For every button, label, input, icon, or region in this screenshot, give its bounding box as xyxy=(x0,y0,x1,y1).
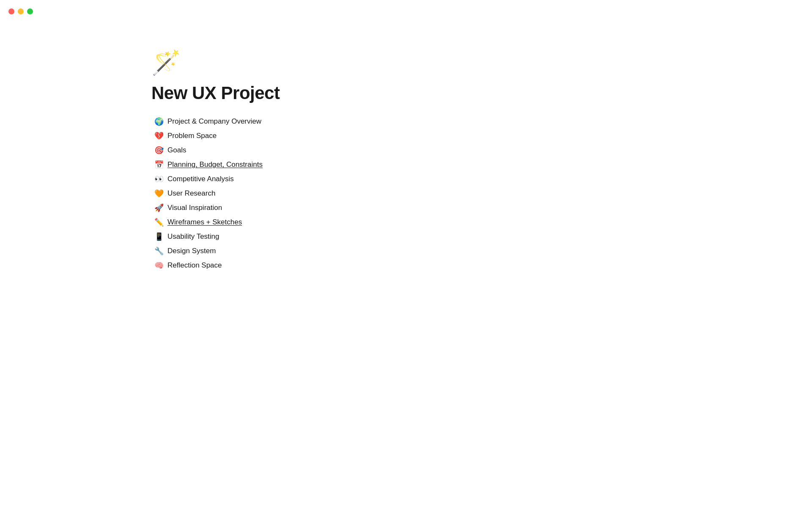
main-content: 🪄 New UX Project 🌍Project & Company Over… xyxy=(151,51,447,272)
nav-label-goals: Goals xyxy=(167,146,186,155)
nav-icon-visual-inspiration: 🚀 xyxy=(154,203,164,213)
nav-item-project-company-overview[interactable]: 🌍Project & Company Overview xyxy=(151,115,447,128)
nav-icon-project-company-overview: 🌍 xyxy=(154,117,164,126)
nav-icon-design-system: 🔧 xyxy=(154,246,164,256)
nav-icon-wireframes-sketches: ✏️ xyxy=(154,218,164,227)
nav-item-design-system[interactable]: 🔧Design System xyxy=(151,245,447,257)
nav-label-usability-testing: Usability Testing xyxy=(167,232,219,241)
nav-item-problem-space[interactable]: 💔Problem Space xyxy=(151,130,447,142)
nav-icon-goals: 🎯 xyxy=(154,146,164,155)
nav-icon-usability-testing: 📱 xyxy=(154,232,164,241)
nav-item-user-research[interactable]: 🧡User Research xyxy=(151,187,447,200)
nav-icon-user-research: 🧡 xyxy=(154,189,164,198)
nav-label-reflection-space: Reflection Space xyxy=(167,261,222,270)
nav-label-project-company-overview: Project & Company Overview xyxy=(167,117,261,126)
traffic-lights xyxy=(8,8,33,14)
nav-icon-planning-budget-constraints: 📅 xyxy=(154,160,164,169)
nav-icon-reflection-space: 🧠 xyxy=(154,261,164,270)
nav-icon-problem-space: 💔 xyxy=(154,131,164,141)
traffic-light-red[interactable] xyxy=(8,8,14,14)
nav-item-planning-budget-constraints[interactable]: 📅Planning, Budget, Constraints xyxy=(151,158,447,171)
nav-item-usability-testing[interactable]: 📱Usability Testing xyxy=(151,230,447,243)
nav-item-competitive-analysis[interactable]: 👀Competitive Analysis xyxy=(151,173,447,185)
traffic-light-green[interactable] xyxy=(27,8,33,14)
nav-label-user-research: User Research xyxy=(167,189,215,198)
nav-label-wireframes-sketches: Wireframes + Sketches xyxy=(167,218,242,226)
nav-item-reflection-space[interactable]: 🧠Reflection Space xyxy=(151,259,447,272)
nav-label-design-system: Design System xyxy=(167,247,216,255)
traffic-light-yellow[interactable] xyxy=(18,8,24,14)
nav-label-competitive-analysis: Competitive Analysis xyxy=(167,175,234,183)
nav-icon-competitive-analysis: 👀 xyxy=(154,174,164,184)
nav-item-visual-inspiration[interactable]: 🚀Visual Inspiration xyxy=(151,202,447,214)
nav-label-planning-budget-constraints: Planning, Budget, Constraints xyxy=(167,160,263,169)
nav-item-wireframes-sketches[interactable]: ✏️Wireframes + Sketches xyxy=(151,216,447,229)
page-icon: 🪄 xyxy=(151,51,447,75)
nav-item-goals[interactable]: 🎯Goals xyxy=(151,144,447,157)
nav-label-visual-inspiration: Visual Inspiration xyxy=(167,204,222,212)
nav-list: 🌍Project & Company Overview💔Problem Spac… xyxy=(151,115,447,272)
page-title: New UX Project xyxy=(151,83,447,103)
nav-label-problem-space: Problem Space xyxy=(167,132,217,140)
